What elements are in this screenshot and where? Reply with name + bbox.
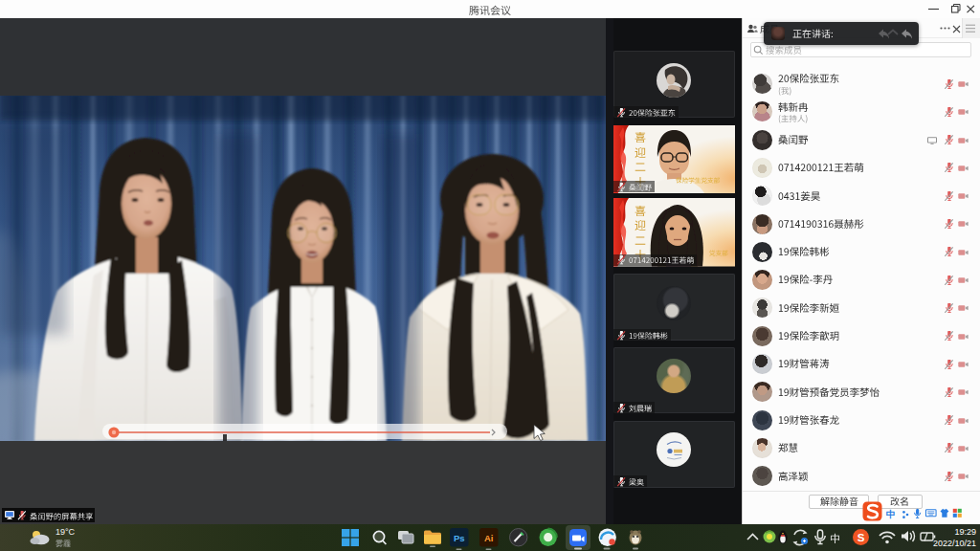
svg-text:Ai: Ai (484, 533, 494, 543)
svg-text:S: S (858, 532, 865, 543)
svg-text:中: 中 (886, 509, 896, 519)
svg-text:Ps: Ps (454, 533, 465, 543)
